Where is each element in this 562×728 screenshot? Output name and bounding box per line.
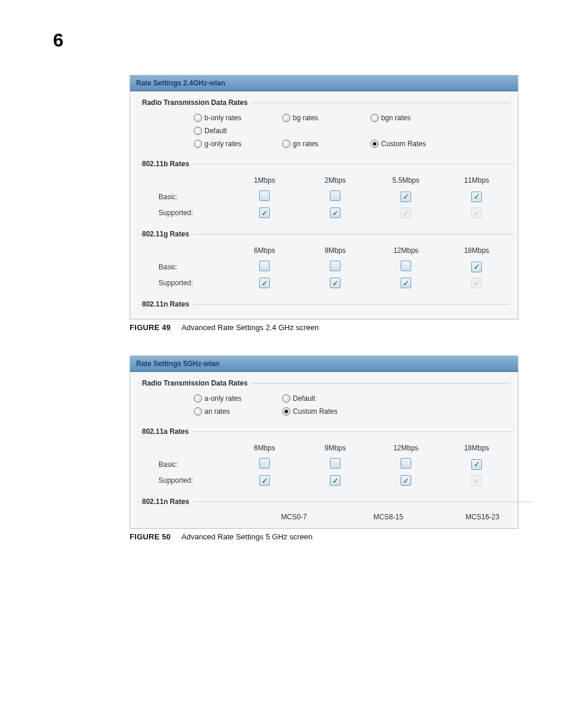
checkbox-basic-b-1[interactable] [259, 190, 270, 201]
col-1mbps: 1Mbps [229, 173, 300, 188]
radio-b-only[interactable]: b-only rates [194, 111, 282, 124]
page-number: 6 [53, 29, 562, 51]
checkbox-supported-b-5p5 [401, 207, 411, 218]
table-80211g: 6Mbps 9Mbps 12Mbps 18Mbps Basic: Support… [153, 243, 512, 291]
col-9mbps-g: 9Mbps [300, 243, 371, 258]
col-6mbps-g: 6Mbps [229, 243, 300, 258]
legend-80211g: 802.11g Rates [141, 230, 193, 238]
figure-50-caption: FIGURE 50Advanced Rate Settings 5 GHz sc… [130, 532, 518, 541]
row-supported-b: Supported: [153, 205, 229, 220]
radio-icon [194, 140, 202, 148]
legend-radio-transmission-5: Radio Transmission Data Rates [141, 379, 251, 387]
radio-group-24-row2: g-only rates gn rates Custom Rates [194, 137, 507, 150]
radio-icon [194, 407, 202, 416]
table-80211b: 1Mbps 2Mbps 5.5Mbps 11Mbps Basic: Suppor… [153, 173, 512, 220]
radio-group-5-row1: a-only rates Default [194, 392, 507, 405]
radio-default-5[interactable]: Default [282, 392, 371, 405]
checkbox-supported-b-1[interactable] [259, 207, 270, 218]
radio-icon [371, 114, 379, 122]
legend-80211n-24: 802.11n Rates [141, 300, 193, 308]
radio-group-24-row1: b-only rates bg rates bgn rates Default [194, 111, 507, 137]
checkbox-basic-a-18[interactable] [471, 459, 482, 470]
radio-icon [282, 140, 290, 148]
row-basic-g: Basic: [153, 259, 229, 275]
panel-24ghz: Rate Settings 2.4GHz-wlan Radio Transmis… [130, 75, 518, 319]
row-basic-a: Basic: [153, 457, 229, 472]
radio-label: b-only rates [204, 114, 242, 122]
radio-custom-24[interactable]: Custom Rates [371, 137, 465, 150]
figure-49-text: Advanced Rate Settings 2.4 GHz screen [181, 323, 319, 332]
col-mcs8-15: MCS8-15 [341, 510, 435, 523]
checkbox-basic-b-11[interactable] [471, 192, 482, 202]
radio-icon [282, 114, 290, 122]
legend-80211a: 802.11a Rates [141, 427, 192, 436]
radio-icon [194, 394, 202, 403]
checkbox-basic-b-5p5[interactable] [401, 192, 411, 202]
radio-label: gn rates [293, 140, 318, 148]
fieldset-radio-transmission-5: Radio Transmission Data Rates a-only rat… [138, 379, 510, 420]
radio-a-only[interactable]: a-only rates [194, 392, 282, 405]
panel-header-24ghz: Rate Settings 2.4GHz-wlan [130, 75, 518, 91]
col-mcs0-7: MCS0-7 [247, 510, 341, 523]
checkbox-supported-a-6[interactable] [259, 475, 270, 486]
checkbox-basic-g-18[interactable] [471, 262, 482, 272]
checkbox-supported-g-12[interactable] [401, 278, 411, 288]
checkbox-basic-g-6[interactable] [259, 261, 270, 271]
radio-label: Custom Rates [381, 140, 426, 148]
checkbox-basic-b-2[interactable] [330, 190, 340, 201]
checkbox-basic-a-6[interactable] [259, 458, 270, 469]
radio-gn[interactable]: gn rates [282, 137, 371, 150]
checkbox-supported-g-18 [471, 278, 482, 288]
checkbox-supported-g-9[interactable] [330, 278, 340, 288]
legend-80211n-5: 802.11n Rates [141, 498, 193, 506]
col-18mbps-g: 18Mbps [441, 243, 512, 258]
col-6mbps-a: 6Mbps [229, 440, 300, 456]
row-supported-g: Supported: [153, 275, 229, 291]
panel-header-5ghz: Rate Settings 5GHz-wlan [130, 356, 518, 372]
radio-label: a-only rates [204, 394, 242, 403]
radio-group-5-row2: an rates Custom Rates [194, 405, 507, 418]
fieldset-80211n-5: 802.11n Rates MCS0-7 MCS8-15 MCS16-23 [138, 498, 532, 528]
checkbox-supported-g-6[interactable] [259, 278, 270, 288]
checkbox-basic-g-9[interactable] [330, 261, 340, 271]
radio-bg[interactable]: bg rates [282, 111, 371, 124]
radio-icon [194, 127, 202, 135]
checkbox-supported-a-9[interactable] [330, 475, 340, 486]
radio-bgn[interactable]: bgn rates [371, 111, 459, 124]
checkbox-basic-a-12[interactable] [401, 458, 411, 469]
radio-label: an rates [204, 407, 230, 416]
legend-80211b: 802.11b Rates [141, 160, 193, 168]
checkbox-supported-b-2[interactable] [330, 207, 340, 218]
checkbox-supported-a-12[interactable] [401, 475, 411, 486]
radio-an[interactable]: an rates [194, 405, 282, 418]
fieldset-80211b: 802.11b Rates 1Mbps 2Mbps 5.5Mbps 11Mbps… [138, 160, 514, 223]
mcs-headers: MCS0-7 MCS8-15 MCS16-23 [153, 510, 530, 523]
checkbox-basic-g-12[interactable] [401, 261, 411, 271]
col-12mbps-a: 12Mbps [371, 440, 441, 456]
checkbox-basic-a-9[interactable] [330, 458, 340, 469]
fieldset-80211n-24: 802.11n Rates [138, 300, 510, 315]
radio-custom-5[interactable]: Custom Rates [282, 405, 376, 418]
figure-50-text: Advanced Rate Settings 5 GHz screen [181, 532, 313, 541]
radio-icon [282, 394, 290, 403]
table-80211a: 6Mbps 9Mbps 12Mbps 18Mbps Basic: Support… [153, 440, 512, 488]
col-18mbps-a: 18Mbps [441, 440, 512, 456]
radio-default-24[interactable]: Default [194, 124, 282, 137]
figure-50: Rate Settings 5GHz-wlan Radio Transmissi… [130, 355, 518, 541]
radio-label: Custom Rates [293, 407, 338, 416]
checkbox-supported-b-11 [471, 207, 482, 218]
figure-49: Rate Settings 2.4GHz-wlan Radio Transmis… [130, 75, 518, 332]
col-5p5mbps: 5.5Mbps [371, 173, 441, 188]
fieldset-80211a: 802.11a Rates 6Mbps 9Mbps 12Mbps 18Mbps … [138, 427, 514, 490]
fieldset-80211g: 802.11g Rates 6Mbps 9Mbps 12Mbps 18Mbps … [138, 230, 514, 293]
radio-icon [282, 407, 290, 416]
radio-g-only[interactable]: g-only rates [194, 137, 282, 150]
row-supported-a: Supported: [153, 473, 229, 488]
col-11mbps: 11Mbps [441, 173, 512, 188]
radio-label: Default [204, 127, 227, 135]
figure-49-label: FIGURE 49 [130, 323, 171, 332]
radio-label: bgn rates [381, 114, 411, 122]
radio-icon [194, 114, 202, 122]
panel-5ghz: Rate Settings 5GHz-wlan Radio Transmissi… [130, 355, 518, 529]
checkbox-supported-a-18 [471, 475, 482, 486]
